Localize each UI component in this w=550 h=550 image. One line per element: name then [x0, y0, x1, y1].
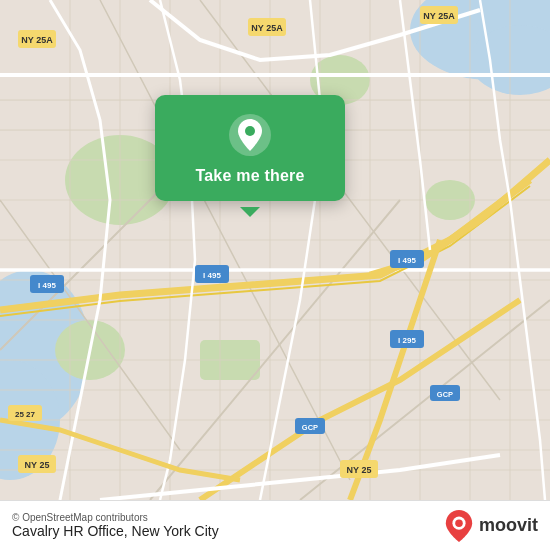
- svg-text:I 295: I 295: [398, 336, 416, 345]
- svg-text:25 27: 25 27: [15, 410, 36, 419]
- bottom-bar: © OpenStreetMap contributors Cavalry HR …: [0, 500, 550, 550]
- svg-point-65: [245, 126, 255, 136]
- take-me-there-button[interactable]: Take me there: [195, 167, 304, 185]
- svg-text:NY 25A: NY 25A: [423, 11, 455, 21]
- svg-text:I 495: I 495: [398, 256, 416, 265]
- map-container: NY 25A NY 25A NY 25A I 495 I 495 I 495 I…: [0, 0, 550, 500]
- svg-text:NY 25A: NY 25A: [21, 35, 53, 45]
- moovit-label: moovit: [479, 515, 538, 536]
- svg-text:I 495: I 495: [38, 281, 56, 290]
- moovit-logo: moovit: [445, 510, 538, 542]
- location-info: © OpenStreetMap contributors Cavalry HR …: [12, 512, 219, 539]
- svg-text:I 495: I 495: [203, 271, 221, 280]
- location-popup: Take me there: [155, 95, 345, 201]
- copyright-text: © OpenStreetMap contributors: [12, 512, 219, 523]
- svg-point-67: [455, 519, 463, 527]
- svg-text:GCP: GCP: [437, 390, 453, 399]
- svg-text:NY 25: NY 25: [347, 465, 372, 475]
- svg-text:NY 25: NY 25: [25, 460, 50, 470]
- location-label: Cavalry HR Office, New York City: [12, 523, 219, 539]
- location-pin-icon: [228, 113, 272, 157]
- svg-text:GCP: GCP: [302, 423, 318, 432]
- moovit-pin-icon: [445, 510, 473, 542]
- svg-text:NY 25A: NY 25A: [251, 23, 283, 33]
